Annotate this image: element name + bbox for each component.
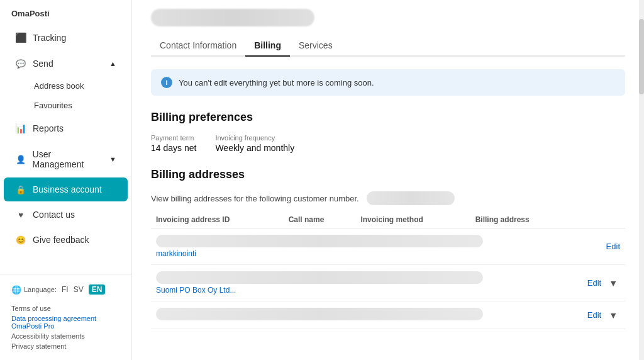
edit-button-row1[interactable]: Edit (606, 242, 620, 251)
sidebar-item-label: Contact us (33, 210, 75, 220)
accessibility-link[interactable]: Accessibility statements (11, 332, 120, 340)
info-banner-text: You can't edit everything yet but more i… (179, 78, 374, 87)
sidebar-item-user-management[interactable]: 👤 User Management ▼ (4, 142, 128, 176)
send-submenu: Address book Favourites (0, 76, 131, 115)
sidebar-item-label: User Management (33, 149, 104, 169)
row-sub-text: Suomi PO Box Oy Ltd... (156, 286, 567, 295)
billing-table: Invoicing address ID Call name Invoicing… (151, 211, 625, 329)
chevron-down-icon: ▼ (109, 155, 116, 163)
billing-addresses-title: Billing addresses (151, 168, 625, 181)
terms-of-use-link[interactable]: Terms of use (11, 305, 120, 312)
sidebar-item-address-book[interactable]: Address book (29, 76, 131, 96)
billing-preferences-row: Payment term 14 days net Invoicing frequ… (151, 134, 625, 153)
info-icon: i (161, 77, 172, 88)
sidebar-item-label: Business account (33, 184, 102, 194)
chevron-up-icon: ▲ (109, 60, 116, 67)
contact-icon: ♥ (15, 210, 26, 220)
app-logo: OmaPosti (0, 0, 131, 25)
edit-button-row3[interactable]: Edit (587, 310, 601, 320)
tab-bar: Contact Information Billing Services (151, 35, 625, 57)
scrollbar[interactable] (639, 0, 644, 360)
col-invoicing-method: Invoicing method (355, 211, 470, 228)
billing-content: i You can't edit everything yet but more… (132, 57, 644, 342)
row-sub-text: markkinointi (156, 249, 567, 258)
tab-services[interactable]: Services (290, 35, 341, 57)
row-data-blurred (156, 235, 483, 247)
table-row-actions: Edit ▼ (572, 301, 625, 329)
payment-term-value: 14 days net (151, 143, 196, 153)
sidebar-bottom: 🌐 Language: FI SV EN Terms of use Data p… (0, 274, 131, 360)
row-actions: Edit ▼ (577, 309, 620, 322)
billing-preferences-title: Billing preferences (151, 111, 625, 124)
customer-number-prefix: View billing addresses for the following… (151, 194, 359, 203)
send-icon: 💬 (15, 59, 26, 69)
col-invoicing-address-id: Invoicing address ID (151, 211, 284, 228)
expand-button-row3[interactable]: ▼ (606, 309, 620, 322)
scrollbar-thumb[interactable] (639, 19, 644, 94)
billing-addresses-header: View billing addresses for the following… (151, 191, 625, 205)
sidebar-item-reports[interactable]: 📊 Reports (4, 116, 128, 141)
data-processing-link[interactable]: Data processing agreement OmaPosti Pro (11, 315, 120, 330)
language-label: 🌐 Language: (11, 285, 57, 295)
table-row-actions: Edit ▼ (572, 265, 625, 301)
invoicing-frequency-value: Weekly and monthly (215, 143, 294, 153)
edit-button-row2[interactable]: Edit (587, 278, 601, 288)
sidebar-item-contact-us[interactable]: ♥ Contact us (4, 203, 128, 227)
page-header (132, 0, 644, 35)
col-billing-address: Billing address (470, 211, 572, 228)
tracking-icon: ⬛ (15, 32, 26, 43)
payment-term-label: Payment term (151, 134, 196, 142)
business-account-icon: 🔒 (15, 185, 26, 194)
table-row-data (151, 301, 572, 329)
payment-term-item: Payment term 14 days net (151, 134, 196, 153)
page-title-blurred (151, 9, 314, 26)
sidebar-item-favourites[interactable]: Favourites (29, 96, 131, 115)
privacy-link[interactable]: Privacy statement (11, 342, 120, 350)
table-row-data: Suomi PO Box Oy Ltd... (151, 265, 572, 301)
sidebar-item-label: Reports (33, 123, 64, 133)
tab-billing[interactable]: Billing (245, 35, 290, 57)
col-actions (572, 211, 625, 228)
main-content-area: Contact Information Billing Services i Y… (132, 0, 644, 360)
sidebar-footer: Terms of use Data processing agreement O… (0, 301, 131, 360)
lang-fi[interactable]: FI (62, 285, 69, 294)
customer-number-blurred (367, 191, 455, 205)
expand-button-row2[interactable]: ▼ (606, 277, 620, 290)
lang-sv[interactable]: SV (74, 285, 84, 294)
sidebar-item-tracking[interactable]: ⬛ Tracking (4, 25, 128, 50)
sidebar: OmaPosti ⬛ Tracking 💬 Send ▲ Address boo… (0, 0, 132, 360)
table-row: Suomi PO Box Oy Ltd... Edit ▼ (151, 265, 625, 301)
reports-icon: 📊 (15, 123, 26, 134)
sidebar-item-send[interactable]: 💬 Send ▲ (4, 52, 128, 76)
sidebar-item-label: Tracking (33, 33, 66, 43)
feedback-icon: 😊 (15, 235, 26, 245)
table-row: Edit ▼ (151, 301, 625, 329)
info-banner: i You can't edit everything yet but more… (151, 69, 625, 96)
sidebar-item-label: Give feedback (33, 235, 89, 245)
table-row-data: markkinointi (151, 228, 572, 265)
sidebar-item-label: Send (33, 59, 53, 69)
lang-en[interactable]: EN (89, 284, 106, 295)
row-actions: Edit (577, 242, 620, 251)
row-data-blurred (156, 308, 483, 320)
invoicing-frequency-item: Invoicing frequency Weekly and monthly (215, 134, 294, 153)
row-actions: Edit ▼ (577, 277, 620, 290)
invoicing-frequency-label: Invoicing frequency (215, 134, 294, 142)
sidebar-item-give-feedback[interactable]: 😊 Give feedback (4, 228, 128, 252)
table-row: markkinointi Edit (151, 228, 625, 265)
row-data-blurred (156, 271, 483, 284)
user-management-icon: 👤 (15, 155, 26, 164)
table-row-actions: Edit (572, 228, 625, 265)
col-call-name: Call name (284, 211, 356, 228)
language-selector: 🌐 Language: FI SV EN (0, 278, 131, 301)
tab-contact-information[interactable]: Contact Information (151, 35, 245, 57)
sidebar-item-business-account[interactable]: 🔒 Business account (4, 177, 128, 201)
